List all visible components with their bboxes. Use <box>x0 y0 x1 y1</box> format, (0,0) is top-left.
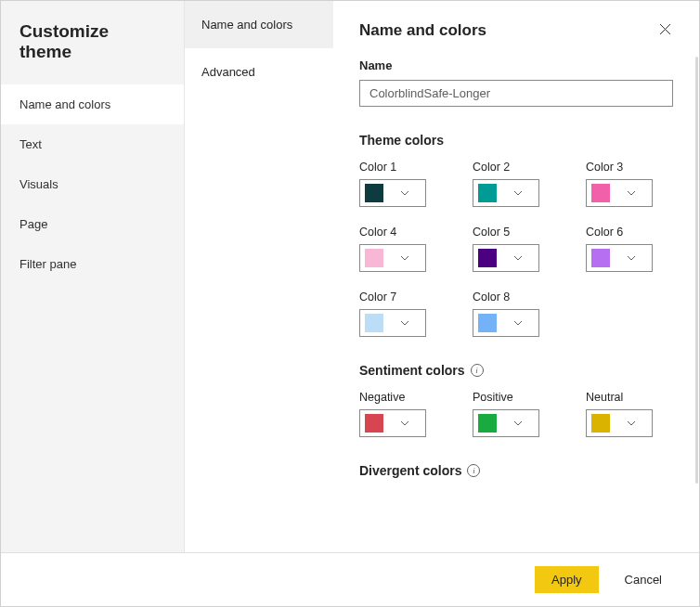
color-swatch <box>365 314 383 332</box>
theme-color-6-picker[interactable] <box>586 244 653 272</box>
theme-color-2-label: Color 2 <box>473 161 539 174</box>
subnav-item-advanced[interactable]: Advanced <box>185 48 333 96</box>
color-swatch <box>478 249 497 267</box>
sentiment-colors-title: Sentiment colors i <box>359 363 673 378</box>
chevron-down-icon <box>383 190 425 196</box>
sidebar-item-page[interactable]: Page <box>1 204 184 244</box>
scrollbar[interactable] <box>695 57 698 484</box>
chevron-down-icon <box>497 190 538 196</box>
theme-color-5-label: Color 5 <box>473 226 539 239</box>
color-swatch <box>478 314 497 332</box>
cancel-button[interactable]: Cancel <box>608 566 679 593</box>
info-icon[interactable]: i <box>467 464 480 477</box>
theme-color-4-field: Color 4 <box>359 226 426 272</box>
chevron-down-icon <box>610 420 652 426</box>
chevron-down-icon <box>383 320 425 326</box>
theme-color-5-field: Color 5 <box>473 226 539 272</box>
theme-color-6-label: Color 6 <box>586 226 653 239</box>
sentiment-positive-field: Positive <box>473 391 539 437</box>
divergent-colors-title: Divergent colors i <box>359 463 673 478</box>
color-swatch <box>365 414 383 433</box>
sidebar-item-visuals[interactable]: Visuals <box>1 164 184 204</box>
dialog-footer: Apply Cancel <box>1 552 699 606</box>
theme-color-2-field: Color 2 <box>473 161 539 207</box>
chevron-down-icon <box>497 255 538 261</box>
dialog-title: Customize theme <box>1 1 184 84</box>
chevron-down-icon <box>497 320 538 326</box>
sentiment-neutral-field: Neutral <box>586 391 653 437</box>
theme-color-3-picker[interactable] <box>586 179 653 207</box>
theme-color-7-field: Color 7 <box>359 291 426 337</box>
sentiment-positive-label: Positive <box>473 391 539 404</box>
sentiment-neutral-picker[interactable] <box>586 409 653 437</box>
theme-color-2-picker[interactable] <box>473 179 539 207</box>
info-icon[interactable]: i <box>471 364 484 377</box>
theme-color-3-label: Color 3 <box>586 161 653 174</box>
theme-color-7-picker[interactable] <box>359 309 426 337</box>
chevron-down-icon <box>383 255 425 261</box>
sentiment-negative-field: Negative <box>359 391 426 437</box>
sidebar-left: Customize theme Name and colorsTextVisua… <box>1 1 185 552</box>
theme-color-8-label: Color 8 <box>473 291 539 304</box>
color-swatch <box>478 414 497 433</box>
color-swatch <box>591 414 610 433</box>
theme-color-1-picker[interactable] <box>359 179 426 207</box>
color-swatch <box>478 184 497 202</box>
theme-color-8-field: Color 8 <box>473 291 539 337</box>
close-icon[interactable] <box>657 21 673 39</box>
apply-button[interactable]: Apply <box>535 566 599 593</box>
theme-colors-title: Theme colors <box>359 133 673 148</box>
chevron-down-icon <box>383 420 425 426</box>
subnav-item-name-and-colors[interactable]: Name and colors <box>185 1 333 48</box>
theme-color-8-picker[interactable] <box>473 309 539 337</box>
color-swatch <box>365 184 383 202</box>
sentiment-neutral-label: Neutral <box>586 391 653 404</box>
panel-title: Name and colors <box>359 21 486 40</box>
theme-color-7-label: Color 7 <box>359 291 426 304</box>
chevron-down-icon <box>610 255 652 261</box>
theme-color-1-label: Color 1 <box>359 161 426 174</box>
chevron-down-icon <box>610 190 652 196</box>
theme-color-4-label: Color 4 <box>359 226 426 239</box>
color-swatch <box>591 249 610 267</box>
sentiment-negative-label: Negative <box>359 391 426 404</box>
sidebar-item-name-and-colors[interactable]: Name and colors <box>1 84 184 124</box>
theme-color-5-picker[interactable] <box>473 244 539 272</box>
name-input[interactable] <box>359 80 673 107</box>
color-swatch <box>591 184 610 202</box>
chevron-down-icon <box>497 420 538 426</box>
name-label: Name <box>359 58 673 72</box>
sidebar-item-text[interactable]: Text <box>1 124 184 164</box>
sentiment-negative-picker[interactable] <box>359 409 426 437</box>
theme-color-6-field: Color 6 <box>586 226 653 272</box>
color-swatch <box>365 249 383 267</box>
panel-main: Name and colors Name Theme colors Color … <box>333 1 699 552</box>
theme-color-1-field: Color 1 <box>359 161 426 207</box>
theme-color-4-picker[interactable] <box>359 244 426 272</box>
sidebar-item-filter-pane[interactable]: Filter pane <box>1 244 184 284</box>
sentiment-positive-picker[interactable] <box>473 409 539 437</box>
sidebar-sub: Name and colorsAdvanced <box>185 1 333 552</box>
theme-color-3-field: Color 3 <box>586 161 653 207</box>
